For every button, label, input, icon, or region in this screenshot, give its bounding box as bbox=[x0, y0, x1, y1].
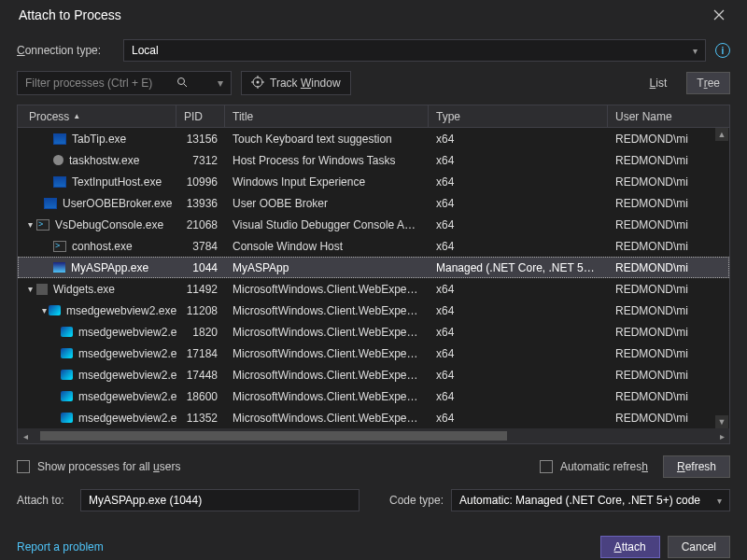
process-name: msedgewebview2.exe bbox=[66, 304, 176, 317]
table-row[interactable]: msedgewebview2.exe1820MicrosoftWindows.C… bbox=[18, 321, 729, 343]
table-header: Process ▲ PID Title Type User Name bbox=[18, 105, 729, 128]
process-name: TabTip.exe bbox=[72, 133, 126, 146]
process-user: REDMOND\mi bbox=[608, 240, 729, 253]
refresh-button[interactable]: Refresh bbox=[663, 455, 730, 478]
process-name: TextInputHost.exe bbox=[72, 175, 162, 189]
chevron-down-icon: ▾ bbox=[717, 496, 722, 506]
info-icon[interactable]: i bbox=[715, 43, 730, 58]
scroll-left-button[interactable]: ◂ bbox=[18, 428, 33, 443]
col-process[interactable]: Process ▲ bbox=[18, 105, 176, 127]
connection-type-dropdown[interactable]: Local ▾ bbox=[123, 39, 706, 62]
cancel-button[interactable]: Cancel bbox=[668, 536, 730, 558]
attach-to-label: Attach to: bbox=[17, 494, 73, 507]
code-type-dropdown[interactable]: Automatic: Managed (.NET Core, .NET 5+) … bbox=[451, 489, 730, 511]
track-window-button[interactable]: Track Window bbox=[241, 71, 351, 95]
dialog-title: Attach to Process bbox=[19, 7, 121, 22]
col-user[interactable]: User Name bbox=[608, 105, 729, 127]
table-row[interactable]: UserOOBEBroker.exe13936User OOBE Brokerx… bbox=[18, 192, 729, 214]
table-row[interactable]: ▾msedgewebview2.exe11208MicrosoftWindows… bbox=[18, 300, 729, 321]
win-icon bbox=[53, 176, 66, 188]
process-user: REDMOND\mi bbox=[608, 218, 729, 231]
process-title: Console Window Host bbox=[225, 240, 429, 253]
scroll-right-button[interactable]: ▸ bbox=[714, 428, 729, 443]
tree-expander-icon[interactable]: ▾ bbox=[25, 284, 35, 294]
report-problem-link[interactable]: Report a problem bbox=[17, 540, 104, 553]
table-row[interactable]: conhost.exe3784Console Window Hostx64RED… bbox=[18, 235, 729, 257]
attach-button[interactable]: Attach bbox=[600, 536, 660, 558]
table-row[interactable]: msedgewebview2.exe18600MicrosoftWindows.… bbox=[18, 385, 729, 407]
table-row[interactable]: ▾VsDebugConsole.exe21068Visual Studio De… bbox=[18, 214, 729, 235]
process-title: Visual Studio Debugger Console App… bbox=[225, 218, 429, 231]
tree-expander-icon[interactable]: ▾ bbox=[25, 219, 35, 230]
process-pid: 3784 bbox=[176, 240, 225, 253]
view-tree-button[interactable]: Tree bbox=[686, 72, 730, 94]
svg-point-5 bbox=[257, 80, 260, 83]
scroll-down-button[interactable]: ▼ bbox=[715, 415, 728, 428]
console-icon bbox=[53, 241, 66, 252]
scroll-up-button[interactable]: ▲ bbox=[715, 128, 728, 141]
filter-input[interactable]: Filter processes (Ctrl + E) ▾ bbox=[17, 71, 232, 95]
process-pid: 13156 bbox=[176, 133, 225, 146]
table-row[interactable]: ▾Widgets.exe11492MicrosoftWindows.Client… bbox=[18, 278, 729, 300]
process-type: x64 bbox=[429, 133, 608, 146]
tree-expander-icon[interactable]: ▾ bbox=[42, 305, 47, 315]
process-user: REDMOND\mi bbox=[608, 412, 729, 425]
process-name: taskhostw.exe bbox=[69, 154, 139, 167]
table-row[interactable]: msedgewebview2.exe17184MicrosoftWindows.… bbox=[18, 343, 729, 364]
table-row[interactable]: MyASPApp.exe1044MyASPAppManaged (.NET Co… bbox=[18, 257, 729, 278]
attach-row: Attach to: MyASPApp.exe (1044) Code type… bbox=[17, 489, 730, 511]
process-user: REDMOND\mi bbox=[608, 304, 729, 317]
attach-to-input[interactable]: MyASPApp.exe (1044) bbox=[80, 489, 359, 511]
process-type: x64 bbox=[429, 283, 608, 296]
app-icon bbox=[53, 262, 65, 273]
svg-line-3 bbox=[184, 84, 187, 87]
view-list-button[interactable]: List bbox=[640, 72, 678, 94]
process-pid: 11352 bbox=[176, 412, 225, 425]
edge-icon bbox=[61, 413, 73, 423]
process-pid: 17184 bbox=[176, 347, 225, 360]
process-name: UserOOBEBroker.exe bbox=[63, 197, 172, 210]
process-name: msedgewebview2.exe bbox=[78, 369, 176, 382]
process-type: x64 bbox=[429, 304, 608, 317]
process-title: MicrosoftWindows.Client.WebExperi… bbox=[225, 283, 429, 296]
col-type[interactable]: Type bbox=[429, 105, 608, 127]
process-title: Touch Keyboard text suggestion bbox=[225, 133, 429, 146]
show-all-users-checkbox[interactable] bbox=[17, 460, 30, 473]
process-type: x64 bbox=[429, 412, 608, 425]
process-pid: 11208 bbox=[176, 304, 225, 317]
horizontal-scrollbar[interactable]: ◂ ▸ bbox=[18, 428, 729, 443]
filter-placeholder: Filter processes (Ctrl + E) bbox=[25, 77, 152, 90]
dialog-content: Connection type: Local ▾ i Filter proces… bbox=[0, 30, 747, 560]
close-button[interactable] bbox=[700, 0, 738, 30]
table-row[interactable]: msedgewebview2.exe11352MicrosoftWindows.… bbox=[18, 407, 729, 428]
process-title: MicrosoftWindows.Client.WebExperi… bbox=[225, 326, 429, 339]
process-pid: 21068 bbox=[176, 218, 225, 231]
auto-refresh-label: Automatic refresh bbox=[560, 460, 648, 473]
process-table: Process ▲ PID Title Type User Name ▲ ▼ T… bbox=[17, 105, 730, 444]
process-user: REDMOND\mi bbox=[608, 154, 729, 167]
table-row[interactable]: taskhostw.exe7312Host Process for Window… bbox=[18, 149, 729, 171]
toolbar-row: Filter processes (Ctrl + E) ▾ Track Wind… bbox=[17, 71, 730, 95]
scroll-thumb[interactable] bbox=[40, 431, 507, 441]
process-type: x64 bbox=[429, 369, 608, 382]
process-pid: 18600 bbox=[176, 390, 225, 403]
scroll-track[interactable] bbox=[33, 428, 714, 443]
process-pid: 17448 bbox=[176, 369, 225, 382]
connection-type-label: Connection type: bbox=[17, 44, 114, 57]
auto-refresh-checkbox[interactable] bbox=[540, 460, 553, 473]
svg-point-2 bbox=[178, 77, 185, 84]
process-user: REDMOND\mi bbox=[608, 283, 729, 296]
edge-icon bbox=[61, 348, 73, 358]
table-row[interactable]: TabTip.exe13156Touch Keyboard text sugge… bbox=[18, 128, 729, 149]
col-title[interactable]: Title bbox=[225, 105, 429, 127]
chevron-down-icon: ▾ bbox=[693, 46, 698, 56]
process-pid: 10996 bbox=[176, 175, 225, 189]
table-row[interactable]: TextInputHost.exe10996Windows Input Expe… bbox=[18, 171, 729, 192]
process-name: MyASPApp.exe bbox=[71, 261, 148, 274]
titlebar: Attach to Process bbox=[0, 0, 747, 30]
table-row[interactable]: msedgewebview2.exe17448MicrosoftWindows.… bbox=[18, 364, 729, 385]
process-user: REDMOND\mi bbox=[608, 133, 729, 146]
col-pid[interactable]: PID bbox=[176, 105, 225, 127]
process-user: REDMOND\mi bbox=[608, 369, 729, 382]
process-title: MyASPApp bbox=[225, 261, 429, 274]
